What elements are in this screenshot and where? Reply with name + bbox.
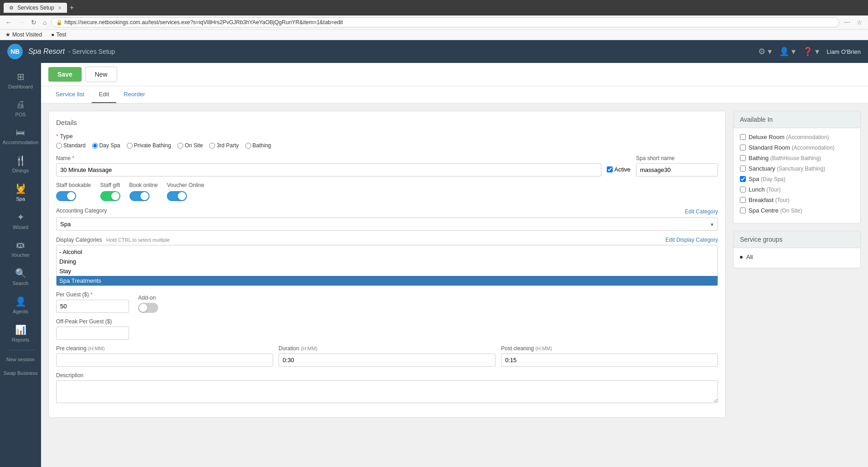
sidebar-item-voucher[interactable]: 🎟 Voucher bbox=[0, 235, 41, 262]
sidebar-item-pos[interactable]: 🖨 POS bbox=[0, 95, 41, 122]
check-standard-room[interactable]: Standard Room (Accommodation) bbox=[740, 144, 854, 151]
settings-button[interactable]: ⚙ ▾ bbox=[758, 47, 772, 57]
post-cleaning-input[interactable] bbox=[501, 353, 718, 367]
address-bar[interactable]: 🔒 https://secure.netbookings.com.au/test… bbox=[51, 17, 839, 27]
check-deluxe-room[interactable]: Deluxe Room (Accommodation) bbox=[740, 134, 854, 140]
description-textarea[interactable] bbox=[56, 380, 718, 403]
check-breakfast[interactable]: Breakfast (Tour) bbox=[740, 197, 854, 203]
type-label: * Type bbox=[56, 133, 718, 140]
radio-bathing-input[interactable] bbox=[245, 143, 251, 149]
back-button[interactable]: ← bbox=[4, 18, 14, 27]
per-guest-input[interactable] bbox=[56, 300, 129, 313]
pre-cleaning-field: Pre cleaning (H:MM) bbox=[56, 345, 273, 367]
help-button[interactable]: ❓ ▾ bbox=[803, 47, 819, 57]
edit-display-category-link[interactable]: Edit Display Category bbox=[666, 237, 718, 243]
listbox-option-spa-treatments[interactable]: Spa Treatments bbox=[57, 276, 718, 285]
browser-tab[interactable]: ⚙ Services Setup ✕ bbox=[4, 3, 67, 13]
radio-3rd-party[interactable]: 3rd Party bbox=[209, 142, 239, 149]
toolbar: Save New bbox=[41, 63, 868, 86]
check-lunch[interactable]: Lunch (Tour) bbox=[740, 186, 854, 193]
book-online-toggle[interactable] bbox=[129, 191, 150, 201]
check-spa-centre[interactable]: Spa Centre (On Site) bbox=[740, 207, 854, 214]
sidebar-item-reports[interactable]: 📊 Reports bbox=[0, 320, 41, 347]
sidebar-item-label: Wizard bbox=[13, 224, 28, 230]
staff-gift-label: Staff gift bbox=[100, 182, 120, 188]
toggle-voucher-online: Voucher Online bbox=[167, 182, 204, 201]
radio-on-site[interactable]: On Site bbox=[177, 142, 203, 149]
service-group-all: All bbox=[740, 254, 854, 260]
voucher-online-toggle[interactable] bbox=[167, 191, 187, 201]
addon-toggle[interactable] bbox=[138, 303, 158, 313]
addon-label: Add-on bbox=[138, 295, 158, 301]
sidebar-item-search[interactable]: 🔍 Search bbox=[0, 263, 41, 291]
sidebar-item-dinings[interactable]: 🍴 Dinings bbox=[0, 150, 41, 178]
sidebar-item-spa[interactable]: 💆 Spa bbox=[0, 179, 41, 206]
listbox-option-stay[interactable]: Stay bbox=[57, 266, 718, 276]
check-standard-room-input[interactable] bbox=[740, 145, 746, 150]
new-tab-button[interactable]: + bbox=[70, 4, 74, 12]
tab-reorder[interactable]: Reorder bbox=[116, 86, 152, 103]
save-button[interactable]: Save bbox=[48, 67, 82, 82]
radio-standard[interactable]: Standard bbox=[56, 142, 86, 149]
radio-private-bathing[interactable]: Private Bathing bbox=[127, 142, 171, 149]
check-spa[interactable]: Spa (Day Spa) bbox=[740, 176, 854, 182]
sidebar-item-wizard[interactable]: ✦ Wizard bbox=[0, 207, 41, 234]
radio-bathing[interactable]: Bathing bbox=[245, 142, 271, 149]
radio-on-site-input[interactable] bbox=[177, 143, 183, 149]
listbox-option-dining[interactable]: Dining bbox=[57, 257, 718, 266]
check-deluxe-room-input[interactable] bbox=[740, 134, 746, 140]
tab-close-icon[interactable]: ✕ bbox=[58, 5, 62, 10]
radio-day-spa-input[interactable] bbox=[92, 143, 98, 149]
staff-bookable-toggle[interactable] bbox=[56, 191, 76, 201]
check-spa-centre-input[interactable] bbox=[740, 208, 746, 213]
staff-gift-toggle[interactable] bbox=[100, 191, 120, 201]
radio-standard-input[interactable] bbox=[56, 143, 62, 149]
sidebar-item-accommodation[interactable]: 🛏 Accommodation bbox=[0, 123, 41, 150]
reports-icon: 📊 bbox=[15, 324, 26, 335]
home-button[interactable]: ⌂ bbox=[41, 18, 48, 27]
check-spa-input[interactable] bbox=[740, 176, 746, 182]
sidebar-item-new-session[interactable]: New session bbox=[0, 353, 41, 366]
short-name-input[interactable] bbox=[636, 163, 718, 176]
user-button[interactable]: 👤 ▾ bbox=[779, 47, 796, 57]
name-input[interactable] bbox=[56, 163, 601, 176]
sidebar-item-agents[interactable]: 👤 Agents bbox=[0, 291, 41, 319]
active-checkbox[interactable] bbox=[607, 166, 613, 172]
spa-icon: 💆 bbox=[15, 183, 26, 194]
search-icon: 🔍 bbox=[15, 268, 26, 279]
tab-service-list[interactable]: Service list bbox=[48, 86, 92, 103]
accounting-category-select[interactable]: Spa Food Accommodation Other bbox=[56, 218, 718, 231]
duration-input[interactable] bbox=[279, 353, 496, 367]
sidebar-item-swap-business[interactable]: Swap Business bbox=[0, 367, 41, 379]
active-check[interactable]: Active bbox=[607, 155, 630, 173]
off-peak-input[interactable] bbox=[56, 327, 129, 340]
browser-nav: ← → ↻ ⌂ 🔒 https://secure.netbookings.com… bbox=[0, 16, 868, 30]
reload-button[interactable]: ↻ bbox=[29, 18, 38, 27]
tab-edit[interactable]: Edit bbox=[92, 86, 116, 103]
extensions-button[interactable]: ⋯ bbox=[842, 18, 852, 27]
radio-3rd-party-input[interactable] bbox=[209, 143, 215, 149]
sidebar-item-dashboard[interactable]: ⊞ Dashboard bbox=[0, 67, 41, 94]
edit-category-link[interactable]: Edit Category bbox=[685, 208, 718, 215]
forward-button[interactable]: → bbox=[16, 18, 26, 27]
check-bathing-input[interactable] bbox=[740, 155, 746, 161]
staff-bookable-label: Staff bookable bbox=[56, 182, 91, 188]
check-bathing[interactable]: Bathing (BathHouse Bathing) bbox=[740, 155, 854, 161]
listbox-option-alcohol[interactable]: - Alcohol bbox=[57, 247, 718, 257]
check-lunch-input[interactable] bbox=[740, 187, 746, 192]
check-sanctuary-input[interactable] bbox=[740, 166, 746, 171]
post-cleaning-field: Post cleaning (H:MM) bbox=[501, 345, 718, 367]
header-right: ⚙ ▾ 👤 ▾ ❓ ▾ Liam O'Brien bbox=[758, 47, 861, 57]
new-button[interactable]: New bbox=[85, 67, 117, 82]
app-logo: NB bbox=[7, 44, 23, 59]
dinings-icon: 🍴 bbox=[15, 155, 26, 166]
pre-cleaning-input[interactable] bbox=[56, 353, 273, 367]
bookmark-most-visited[interactable]: ★ Most Visited bbox=[4, 31, 44, 39]
display-categories-listbox[interactable]: - Cold Food - Alcohol Dining Stay Spa Tr… bbox=[56, 245, 718, 286]
check-breakfast-input[interactable] bbox=[740, 197, 746, 203]
radio-private-bathing-input[interactable] bbox=[127, 143, 133, 149]
check-sanctuary[interactable]: Sanctuary (Sanctuary Bathing) bbox=[740, 165, 854, 172]
radio-day-spa[interactable]: Day Spa bbox=[92, 142, 120, 149]
bookmark-test[interactable]: ● Test bbox=[49, 31, 68, 39]
bookmark-button[interactable]: ☆ bbox=[855, 18, 864, 27]
